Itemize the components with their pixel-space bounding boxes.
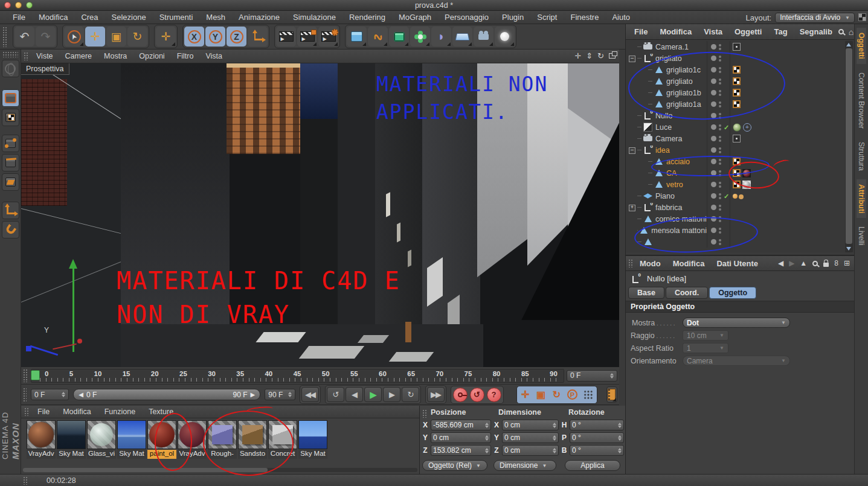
material-thumbnail[interactable]	[27, 420, 56, 449]
object-name[interactable]: CA	[666, 169, 677, 177]
visibility-toggles[interactable]	[707, 87, 730, 98]
render-dots[interactable]	[719, 239, 721, 245]
tab-struttura[interactable]: Struttura	[857, 137, 866, 176]
field-control[interactable]: Dot ▼	[683, 318, 790, 328]
render-dots[interactable]	[719, 136, 721, 142]
timeline-ruler[interactable]: 051015202530354045505560657075808590	[31, 369, 564, 383]
object-tag[interactable]	[733, 123, 741, 132]
visibility-toggles[interactable]	[707, 236, 730, 248]
render-dots[interactable]	[719, 67, 721, 73]
home-icon[interactable]: ⌂	[849, 27, 854, 37]
layout-grid-icon[interactable]	[858, 13, 866, 21]
object-name[interactable]: mensola mattoni	[651, 226, 707, 235]
object-tag[interactable]	[733, 169, 741, 177]
add-panel-icon[interactable]: ⊞	[844, 259, 850, 267]
object-tag[interactable]	[733, 77, 741, 85]
menu-item[interactable]: Plugin	[495, 13, 530, 22]
layout-dropdown[interactable]: Interfaccia di Avvio▼	[775, 13, 855, 23]
autokey-button[interactable]: ↺	[470, 388, 484, 402]
viewport-menu-item[interactable]: Mostra	[98, 52, 133, 60]
object-row[interactable]: CA	[626, 167, 854, 179]
menu-item[interactable]: Crea	[74, 13, 104, 22]
material-thumbnail[interactable]	[57, 420, 86, 449]
material-menu-item[interactable]: File	[31, 408, 56, 416]
object-row[interactable]: mensola mattoni	[626, 225, 854, 236]
expander[interactable]	[640, 78, 647, 84]
object-tag[interactable]	[742, 169, 751, 177]
object-row[interactable]: Piano	[626, 190, 854, 202]
attribute-handle[interactable]	[628, 259, 634, 267]
rotation-p-field[interactable]: 0 °	[570, 432, 624, 443]
material-label[interactable]: VrayAdv	[27, 450, 56, 459]
viewport-menu-item[interactable]: Opzioni	[133, 52, 170, 60]
lock-x-axis-button[interactable]: X	[184, 27, 204, 46]
transport-handle[interactable]	[23, 388, 27, 402]
size-mode-dropdown[interactable]: Dimensione▼	[493, 460, 556, 471]
attribute-menu-item[interactable]: Modo	[634, 259, 667, 268]
render-dots[interactable]	[719, 124, 721, 130]
material-item[interactable]: Concret	[268, 420, 297, 459]
stepper-icon[interactable]	[288, 392, 292, 397]
visibility-toggles[interactable]	[707, 53, 730, 64]
rotation-b-field[interactable]: 0 °	[570, 445, 624, 456]
end-frame-field[interactable]: 90 F	[265, 389, 295, 400]
visibility-toggles[interactable]	[707, 225, 730, 236]
expander[interactable]	[629, 136, 636, 141]
render-dots[interactable]	[719, 90, 721, 96]
material-thumbnail[interactable]	[298, 420, 327, 449]
visibility-dot[interactable]	[711, 67, 716, 72]
size-y-field[interactable]: 0 cm	[502, 432, 559, 443]
material-label[interactable]: Sky Mat	[57, 450, 86, 459]
stepper-icon[interactable]	[62, 392, 65, 397]
object-row[interactable]: Camera	[626, 133, 854, 144]
expander[interactable]	[629, 124, 636, 130]
coords-handle[interactable]	[422, 409, 428, 418]
undo-button[interactable]: ↶	[14, 27, 34, 46]
scroll-down-icon[interactable]	[846, 247, 851, 251]
material-thumbnail[interactable]	[238, 420, 267, 449]
object-row[interactable]: acciaio	[626, 156, 854, 167]
object-row[interactable]: grigliato1c	[626, 64, 854, 75]
visibility-toggles[interactable]	[707, 121, 730, 133]
menu-item[interactable]: Strumenti	[153, 13, 200, 22]
visibility-toggles[interactable]	[707, 144, 730, 156]
object-manager-menu-item[interactable]: Tag	[768, 27, 793, 36]
coords-mode-dropdown[interactable]: Oggetto (Rel)▼	[422, 460, 487, 471]
render-dots[interactable]	[719, 101, 721, 107]
nav-up-icon[interactable]: ▲	[800, 259, 807, 267]
visibility-dot[interactable]	[711, 239, 716, 245]
object-tag[interactable]	[733, 66, 741, 74]
record-keyframe-button[interactable]	[453, 388, 468, 402]
material-label[interactable]: Sky Mat	[117, 450, 146, 459]
material-label[interactable]: Rough-	[208, 450, 237, 459]
menu-item[interactable]: Finestre	[564, 13, 605, 22]
visibility-dot[interactable]	[711, 101, 716, 107]
next-key-button[interactable]: ↻	[402, 387, 419, 402]
material-menu-item[interactable]: Modifica	[56, 408, 98, 416]
material-item[interactable]: Sky Mat	[57, 420, 86, 459]
visibility-toggles[interactable]	[707, 98, 730, 110]
object-row[interactable]	[626, 236, 854, 248]
viewport-handle[interactable]	[24, 52, 29, 60]
range-left-icon[interactable]: ◀	[79, 391, 83, 398]
menu-item[interactable]: Aiuto	[605, 13, 637, 22]
render-dots[interactable]	[719, 44, 721, 50]
object-tag[interactable]	[733, 43, 741, 51]
visibility-dot[interactable]	[711, 78, 716, 84]
visibility-dot[interactable]	[711, 136, 716, 141]
object-row[interactable]: grigliato	[626, 53, 854, 64]
object-tag[interactable]	[743, 123, 751, 132]
menu-item[interactable]: File	[6, 13, 32, 22]
render-dots[interactable]	[719, 56, 721, 62]
render-dots[interactable]	[719, 78, 721, 85]
point-mode-button[interactable]	[2, 135, 19, 152]
render-dots[interactable]	[719, 170, 721, 176]
material-menu-item[interactable]: Texture	[142, 408, 180, 416]
viewport-menu-item[interactable]: Vista	[199, 52, 228, 60]
material-label[interactable]: Sandsto	[238, 450, 267, 459]
object-name[interactable]: vetro	[666, 181, 683, 189]
render-settings-button[interactable]	[318, 27, 338, 46]
attribute-tab[interactable]: Base	[628, 287, 664, 299]
visibility-dot[interactable]	[711, 205, 716, 210]
visibility-toggles[interactable]	[707, 64, 730, 75]
